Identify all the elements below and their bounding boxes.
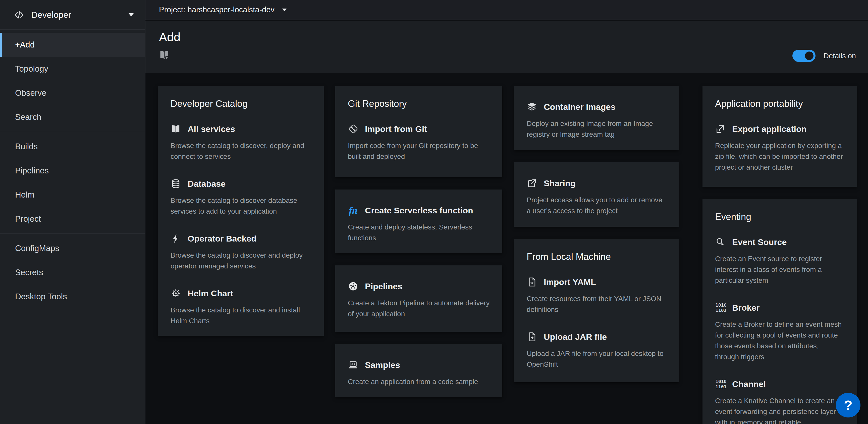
item-title: Export application (732, 124, 807, 134)
catalog-item-create-serverless-function[interactable]: fnCreate Serverless functionCreate and d… (348, 205, 490, 243)
git-icon (348, 124, 359, 134)
samples-icon (348, 360, 359, 370)
item-head: 10101101Channel (715, 379, 844, 389)
sidebar-item-builds[interactable]: Builds (0, 135, 145, 159)
item-description: Browse the catalog to discover, deploy a… (170, 140, 311, 162)
add-page-canvas: Developer CatalogAll servicesBrowse the … (146, 73, 868, 424)
item-head: All services (170, 124, 311, 134)
catalog-item-event-source[interactable]: Event SourceCreate an Event source to re… (715, 237, 844, 286)
item-description: Deploy an existing Image from an Image r… (527, 118, 666, 140)
card-serverless-function: fnCreate Serverless functionCreate and d… (335, 190, 502, 253)
sidebar-item-helm[interactable]: Helm (0, 183, 145, 207)
card-column-4: Application portabilityExport applicatio… (703, 86, 857, 424)
catalog-item-import-from-git[interactable]: Import from GitImport code from your Git… (348, 124, 490, 162)
code-icon (14, 10, 24, 20)
catalog-item-sharing[interactable]: SharingProject access allows you to add … (527, 178, 666, 216)
catalog-item-import-yaml[interactable]: Import YAMLCreate resources from their Y… (527, 277, 666, 315)
item-title: Channel (732, 379, 766, 389)
help-button[interactable]: ? (836, 393, 861, 418)
item-head: Pipelines (348, 281, 490, 291)
item-title: Pipelines (365, 282, 402, 291)
item-title: Samples (365, 360, 400, 370)
item-head: Import YAML (527, 277, 666, 287)
masthead: Project: harshcasper-localsta-dev (146, 0, 868, 20)
item-title: Broker (732, 303, 760, 313)
item-head: Database (170, 178, 311, 189)
openshift-console-add-page: { "masthead": { "project_label": "Projec… (0, 0, 868, 424)
catalog-item-helm-chart[interactable]: Helm ChartBrowse the catalog to discover… (170, 288, 311, 326)
catalog-item-upload-jar-file[interactable]: Upload JAR fileUpload a JAR file from yo… (527, 332, 666, 370)
bolt-icon (170, 233, 181, 244)
switch-knob (805, 52, 813, 60)
fn-icon: fn (348, 205, 359, 216)
book-plus-icon[interactable] (159, 50, 169, 60)
sidebar-item-desktop-tools[interactable]: Desktop Tools (0, 284, 145, 309)
chevron-down-icon (129, 13, 134, 16)
card-column-3: Container imagesDeploy an existing Image… (514, 86, 679, 395)
perspective-switcher[interactable]: Developer (0, 0, 145, 30)
item-description: Upload a JAR file from your local deskto… (527, 348, 666, 370)
card-samples: SamplesCreate an application from a code… (335, 344, 502, 397)
sidebar-item-observe[interactable]: Observe (0, 81, 145, 105)
item-head: Export application (715, 124, 844, 134)
catalog-item-channel[interactable]: 10101101ChannelCreate a Knative Channel … (715, 379, 844, 424)
catalog-item-export-application[interactable]: Export applicationReplicate your applica… (715, 124, 844, 173)
item-title: Create Serverless function (365, 205, 473, 216)
sidebar-nav: Developer +AddTopologyObserveSearchBuild… (0, 0, 146, 424)
layers-icon (527, 102, 537, 112)
card-eventing: EventingEvent SourceCreate an Event sour… (703, 199, 857, 424)
details-switch[interactable] (793, 50, 815, 62)
catalog-item-operator-backed[interactable]: Operator BackedBrowse the catalog to dis… (170, 233, 311, 272)
details-toggle: Details on (793, 50, 856, 62)
item-description: Create and deploy stateless, Serverless … (348, 222, 490, 243)
item-title: Upload JAR file (544, 332, 607, 342)
card-container-images: Container imagesDeploy an existing Image… (514, 86, 679, 150)
sidebar-item-configmaps[interactable]: ConfigMaps (0, 236, 145, 260)
card-developer-catalog: Developer CatalogAll servicesBrowse the … (158, 86, 324, 336)
item-head: Import from Git (348, 124, 490, 134)
catalog-item-all-services[interactable]: All servicesBrowse the catalog to discov… (170, 124, 311, 162)
svg-text:1010: 1010 (716, 379, 725, 384)
catalog-item-samples[interactable]: SamplesCreate an application from a code… (348, 360, 490, 387)
card-title: Application portability (715, 98, 844, 109)
sidebar-item-project[interactable]: Project (0, 207, 145, 231)
sidebar-nav-list: +AddTopologyObserveSearchBuildsPipelines… (0, 30, 145, 309)
card-git-repository: Git RepositoryImport from GitImport code… (335, 86, 502, 177)
item-title: Helm Chart (188, 288, 233, 298)
card-title: Developer Catalog (170, 98, 311, 109)
upload-jar-icon (527, 332, 537, 342)
item-description: Create a Tekton Pipeline to automate del… (348, 298, 490, 319)
item-head: fnCreate Serverless function (348, 205, 490, 216)
card-from-local-machine: From Local MachineImport YAMLCreate reso… (514, 239, 679, 382)
sidebar-item-add[interactable]: +Add (0, 33, 145, 57)
catalog-item-database[interactable]: DatabaseBrowse the catalog to discover d… (170, 178, 311, 217)
perspective-label: Developer (31, 10, 71, 20)
svg-text:1010: 1010 (716, 302, 725, 308)
card-title: Eventing (715, 211, 844, 222)
item-head: Helm Chart (170, 288, 311, 299)
pipelines-icon (348, 281, 359, 291)
sidebar-item-search[interactable]: Search (0, 105, 145, 129)
project-switcher-label: Project: harshcasper-localsta-dev (159, 5, 275, 14)
export-icon (715, 124, 725, 134)
item-description: Create resources from their YAML or JSON… (527, 293, 666, 315)
item-description: Replicate your application by exporting … (715, 140, 844, 173)
sidebar-item-topology[interactable]: Topology (0, 57, 145, 81)
catalog-item-pipelines[interactable]: PipelinesCreate a Tekton Pipeline to aut… (348, 281, 490, 319)
card-column-1: Developer CatalogAll servicesBrowse the … (158, 86, 324, 348)
card-column-2: Git RepositoryImport from GitImport code… (335, 86, 502, 409)
sidebar-item-pipelines[interactable]: Pipelines (0, 159, 145, 183)
details-toggle-label: Details on (824, 52, 856, 60)
channel-icon: 10101101 (715, 379, 725, 389)
project-switcher[interactable]: Project: harshcasper-localsta-dev (159, 5, 286, 14)
item-head: 10101101Broker (715, 302, 844, 313)
svg-text:1101: 1101 (716, 308, 725, 313)
item-title: Import from Git (365, 124, 427, 134)
item-title: All services (188, 124, 235, 134)
item-description: Create an application from a code sample (348, 376, 490, 387)
catalog-item-broker[interactable]: 10101101BrokerCreate a Broker to define … (715, 302, 844, 362)
catalog-item-container-images[interactable]: Container imagesDeploy an existing Image… (527, 102, 666, 140)
sidebar-item-secrets[interactable]: Secrets (0, 260, 145, 284)
item-description: Create an Event source to register inter… (715, 253, 844, 286)
svg-text:1101: 1101 (716, 384, 725, 389)
